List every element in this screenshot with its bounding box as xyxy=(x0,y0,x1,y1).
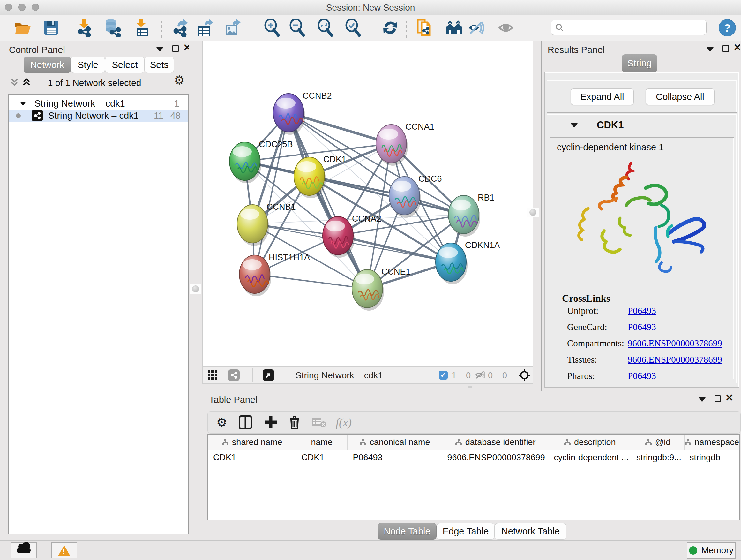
network-row[interactable]: String Network – cdk1 11 48 xyxy=(9,110,188,122)
network-node-RB1: RB1 xyxy=(448,193,495,237)
application-window: Session: New Session xyxy=(0,0,741,560)
network-overview-share-icon[interactable] xyxy=(228,369,240,381)
table-cell[interactable]: CDK1 xyxy=(208,449,296,465)
table-panel: Table Panel ✕ ⚙ f(x) shared namenamecano… xyxy=(206,391,741,539)
svg-text:CDC25B: CDC25B xyxy=(259,139,293,149)
table-cell[interactable]: cyclin-dependent ... xyxy=(549,449,631,465)
network-selection-summary: 1 of 1 Network selected xyxy=(0,78,189,88)
table-row[interactable]: CDK1CDK1P064939606.ENSP00000378699cyclin… xyxy=(208,449,739,465)
results-tab-string[interactable]: String xyxy=(622,54,657,72)
tab-node-table[interactable]: Node Table xyxy=(378,523,436,540)
search-input[interactable] xyxy=(564,22,693,33)
first-neighbors-icon[interactable] xyxy=(446,19,463,37)
splitter-grip-icon[interactable] xyxy=(468,386,472,388)
float-panel-icon[interactable] xyxy=(172,45,179,52)
table-toolbar: ⚙ f(x) xyxy=(207,411,741,434)
zoom-out-icon[interactable] xyxy=(288,19,306,37)
table-panel-title: Table Panel xyxy=(209,395,258,405)
grid-view-icon[interactable] xyxy=(208,370,217,381)
show-all-icon[interactable] xyxy=(497,19,515,37)
crosslink-value-link[interactable]: P06493 xyxy=(628,322,656,332)
crosslink-value-link[interactable]: P06493 xyxy=(628,306,656,316)
save-session-icon[interactable] xyxy=(42,19,60,37)
cloud-status-button[interactable] xyxy=(10,543,37,558)
table-options-gear-icon[interactable]: ⚙ xyxy=(213,414,231,431)
crosslink-value-link[interactable]: 9606.ENSP00000378699 xyxy=(628,338,722,348)
network-node-CCNA1: CCNA1 xyxy=(376,122,434,166)
tab-network[interactable]: Network xyxy=(23,57,71,73)
selected-count: 1 – 0 xyxy=(452,371,471,381)
column-header[interactable]: description xyxy=(549,435,631,449)
toolbar-separator xyxy=(254,17,254,38)
refresh-icon[interactable] xyxy=(381,19,399,37)
crosslink-value: P06493 xyxy=(628,371,656,381)
zoom-fit-icon[interactable] xyxy=(316,19,334,37)
duplicate-network-icon[interactable] xyxy=(416,19,434,37)
network-options-gear-icon[interactable]: ⚙ xyxy=(174,74,185,86)
column-header[interactable]: namespace xyxy=(684,435,739,449)
network-collection-row[interactable]: String Network – cdk1 1 xyxy=(9,98,188,110)
tab-edge-table[interactable]: Edge Table xyxy=(436,523,495,540)
import-network-database-icon[interactable] xyxy=(104,19,121,37)
add-column-icon[interactable] xyxy=(262,414,280,431)
tab-sets[interactable]: Sets xyxy=(145,57,174,73)
node-table[interactable]: shared namenamecanonical namedatabase id… xyxy=(207,434,740,520)
table-cell[interactable]: CDK1 xyxy=(296,449,347,465)
crosslink-value-link[interactable]: P06493 xyxy=(628,371,656,381)
zoom-selected-icon[interactable] xyxy=(344,19,362,37)
import-table-file-icon[interactable] xyxy=(133,19,151,37)
collapse-all-button[interactable]: Collapse All xyxy=(646,88,715,105)
open-session-icon[interactable] xyxy=(14,19,32,37)
zoom-in-icon[interactable] xyxy=(263,19,281,37)
table-cell[interactable]: stringdb xyxy=(684,449,739,465)
collapse-panel-icon[interactable] xyxy=(698,397,705,402)
export-image-icon[interactable] xyxy=(224,19,242,37)
close-panel-icon[interactable]: ✕ xyxy=(733,44,741,51)
memory-button[interactable]: Memory xyxy=(687,542,736,559)
birds-eye-view-icon[interactable] xyxy=(263,369,274,381)
splitter-grip-icon[interactable] xyxy=(190,284,201,294)
selected-checkbox-icon[interactable]: ✓ xyxy=(439,371,448,380)
column-header[interactable]: canonical name xyxy=(347,435,442,449)
import-network-file-icon[interactable] xyxy=(75,19,93,37)
table-cell[interactable]: P06493 xyxy=(347,449,442,465)
hide-selected-icon[interactable] xyxy=(468,19,485,37)
svg-text:HIST1H1A: HIST1H1A xyxy=(269,253,310,262)
gene-description: cyclin-dependent kinase 1 xyxy=(557,142,664,152)
splitter-grip-icon[interactable] xyxy=(527,207,539,217)
search-box[interactable] xyxy=(551,20,706,35)
network-canvas[interactable]: CCNB2CCNA1CDC25BCDK1CDC6RB1CCNB1CCNA2CDK… xyxy=(202,41,533,366)
collapse-panel-icon[interactable] xyxy=(706,47,714,52)
column-header[interactable]: shared name xyxy=(208,435,296,449)
crosslink-value-link[interactable]: 9606.ENSP00000378699 xyxy=(628,354,722,365)
tab-network-table[interactable]: Network Table xyxy=(495,523,566,540)
table-cell[interactable]: 9606.ENSP00000378699 xyxy=(442,449,549,465)
export-table-icon[interactable] xyxy=(197,19,214,37)
warnings-button[interactable] xyxy=(51,543,77,558)
expand-all-button[interactable]: Expand All xyxy=(570,88,634,105)
column-header[interactable]: database identifier xyxy=(442,435,549,449)
tab-style[interactable]: Style xyxy=(71,57,105,73)
collapse-panel-icon[interactable] xyxy=(156,47,163,52)
help-button[interactable]: ? xyxy=(719,19,736,37)
show-columns-icon[interactable] xyxy=(237,414,254,431)
tab-select[interactable]: Select xyxy=(105,57,145,73)
panel-splitter-left[interactable] xyxy=(189,41,202,384)
column-header[interactable]: @id xyxy=(631,435,684,449)
fit-selection-crosshair-icon[interactable] xyxy=(518,369,531,383)
column-header[interactable]: name xyxy=(296,435,347,449)
export-network-icon[interactable] xyxy=(171,19,189,37)
network-svg: CCNB2CCNA1CDC25BCDK1CDC6RB1CCNB1CCNA2CDK… xyxy=(203,41,533,366)
float-panel-icon[interactable] xyxy=(723,45,729,52)
close-panel-icon[interactable]: ✕ xyxy=(725,394,733,401)
title-bar: Session: New Session xyxy=(0,0,741,15)
function-builder-icon: f(x) xyxy=(335,414,353,431)
float-panel-icon[interactable] xyxy=(715,395,721,402)
gene-section-expander-icon[interactable] xyxy=(570,123,578,128)
warning-icon xyxy=(58,545,70,556)
collection-expander-icon[interactable] xyxy=(20,102,26,106)
delete-column-trash-icon[interactable] xyxy=(286,414,304,431)
table-cell[interactable]: stringdb:9... xyxy=(631,449,684,465)
network-type-icon xyxy=(31,110,43,121)
svg-text:CCNB2: CCNB2 xyxy=(302,91,332,101)
